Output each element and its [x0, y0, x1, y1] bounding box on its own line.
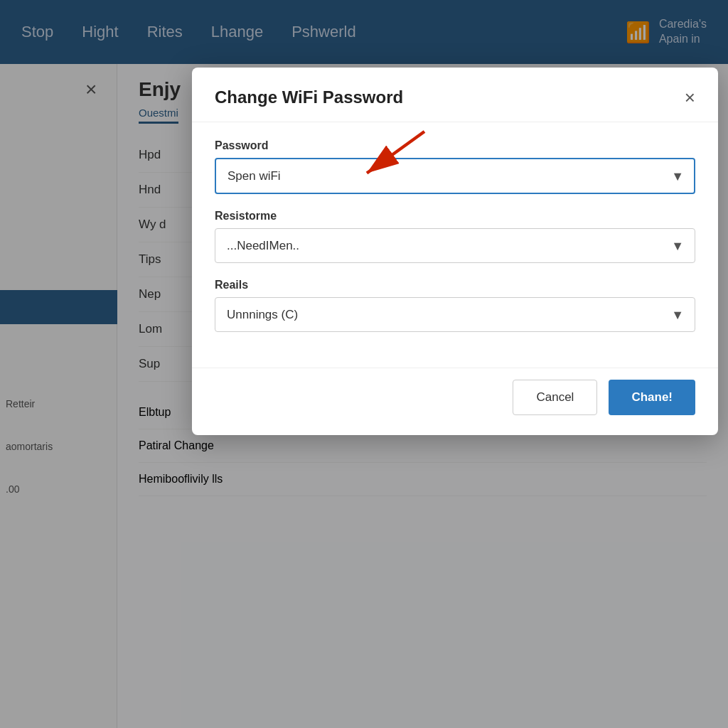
reails-label: Reails — [215, 279, 695, 291]
password-label: Password — [215, 139, 695, 152]
password-select[interactable]: Spen wiFi — [215, 158, 695, 194]
resistorme-select-wrapper: ...NeedIMen.. ▼ — [215, 228, 695, 263]
modal-title: Change WiFi Password — [215, 87, 403, 107]
modal-body: Password Spen wiFi ▼ Resistorme ...NeedI… — [192, 122, 718, 368]
reails-select[interactable]: Unnnings (C) — [215, 297, 695, 332]
reails-select-wrapper: Unnnings (C) ▼ — [215, 297, 695, 332]
password-form-group: Password Spen wiFi ▼ — [215, 139, 695, 194]
resistorme-label: Resistorme — [215, 210, 695, 223]
modal-close-button[interactable]: × — [685, 88, 695, 107]
change-wifi-password-modal: Change WiFi Password × Password Spen wiF… — [192, 68, 718, 435]
modal-footer: Cancel Chane! — [192, 368, 718, 435]
change-button[interactable]: Chane! — [609, 380, 695, 415]
resistorme-select[interactable]: ...NeedIMen.. — [215, 228, 695, 263]
modal-header: Change WiFi Password × — [192, 68, 718, 122]
reails-form-group: Reails Unnnings (C) ▼ — [215, 279, 695, 332]
cancel-button[interactable]: Cancel — [513, 380, 597, 415]
resistorme-form-group: Resistorme ...NeedIMen.. ▼ — [215, 210, 695, 263]
password-select-wrapper: Spen wiFi ▼ — [215, 158, 695, 194]
